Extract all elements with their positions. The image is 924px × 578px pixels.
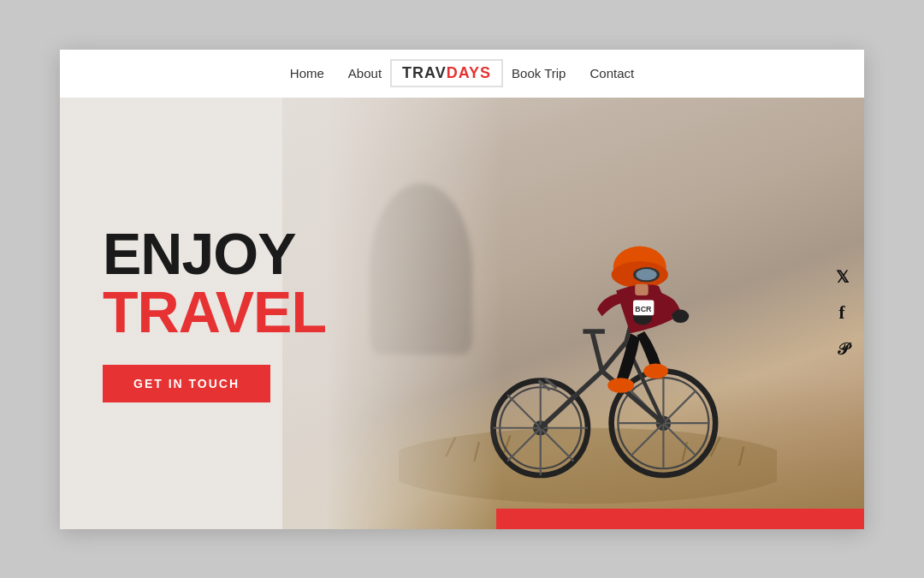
svg-point-35 (607, 378, 634, 393)
svg-rect-37 (635, 284, 648, 295)
svg-text:BCR: BCR (635, 305, 652, 313)
svg-point-32 (636, 269, 656, 280)
svg-point-36 (643, 363, 668, 378)
twitter-icon[interactable]: 𝕏 (832, 267, 852, 288)
nav-contact[interactable]: Contact (589, 66, 634, 80)
nav-links-left: Home About (290, 66, 382, 80)
hero-content: ENJOY TRAVEL GET IN TOUCH (103, 224, 326, 402)
logo-trav: TRAV (402, 64, 447, 82)
social-icons: 𝕏 f 𝒫 (832, 267, 852, 360)
svg-point-34 (672, 310, 689, 323)
hero-line1: ENJOY (103, 224, 326, 283)
pinterest-icon[interactable]: 𝒫 (832, 339, 852, 360)
nav-about[interactable]: About (348, 66, 382, 80)
navbar: Home About TRAV DAYS Book Trip Contact (60, 50, 864, 98)
svg-line-25 (593, 333, 602, 371)
hero-section: BCR ENJOY TRAVEL GET IN TOUCH 𝕏 f 𝒫 (60, 98, 864, 529)
logo-box[interactable]: TRAV DAYS (390, 59, 503, 87)
browser-window: Home About TRAV DAYS Book Trip Contact (60, 50, 864, 529)
cta-button[interactable]: GET IN TOUCH (103, 365, 270, 402)
nav-home[interactable]: Home (290, 66, 324, 80)
hero-line2: TRAVEL (103, 283, 326, 341)
facebook-icon[interactable]: f (832, 303, 852, 324)
red-bar (496, 509, 864, 529)
logo-days: DAYS (447, 64, 491, 82)
nav-book-trip[interactable]: Book Trip (512, 66, 566, 80)
nav-links-right: Book Trip Contact (512, 66, 634, 80)
